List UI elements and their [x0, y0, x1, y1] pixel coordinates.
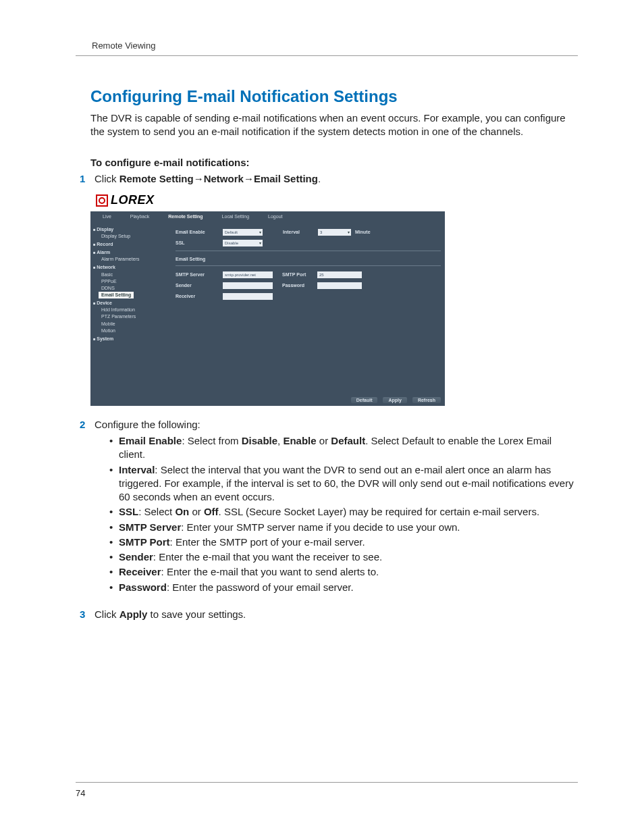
apply-button[interactable]: Apply	[383, 397, 406, 403]
step-body: Click Apply to save your settings.	[95, 608, 578, 621]
default-button[interactable]: Default	[351, 397, 378, 403]
top-tabs: Live Playback Remote Setting Local Setti…	[90, 211, 445, 222]
header-text: Remote Viewing	[92, 41, 155, 51]
lorex-logo-text: LOREX	[111, 193, 155, 207]
select-interval[interactable]: 3	[318, 229, 351, 236]
tab-remote-setting[interactable]: Remote Setting	[168, 214, 203, 219]
step-body: Click Remote Setting→Network→Email Setti…	[95, 172, 578, 186]
list-item: Password: Enter the password of your ema…	[109, 581, 578, 594]
input-password[interactable]	[317, 282, 362, 289]
select-ssl[interactable]: Disable	[223, 240, 263, 246]
sidebar-item-ddns[interactable]: DDNS	[93, 285, 169, 292]
list-item: Receiver: Enter the e-mail that you want…	[109, 565, 578, 579]
list-item: Sender: Enter the e-mail that you want t…	[109, 550, 578, 564]
label-email-enable: Email Enable	[176, 230, 219, 234]
list-item: Interval: Select the interval that you w…	[109, 463, 578, 504]
divider	[176, 265, 441, 266]
select-email-enable[interactable]: Default	[223, 229, 263, 236]
section-email-setting: Email Setting	[176, 257, 441, 261]
input-smtp-port[interactable]: 25	[317, 271, 362, 278]
bullet-list: Email Enable: Select from Disable, Enabl…	[109, 434, 578, 594]
label-smtp-port: SMTP Port	[282, 272, 313, 277]
page-header: Remote Viewing	[76, 39, 578, 56]
tab-live[interactable]: Live	[103, 214, 111, 219]
list-item: Email Enable: Select from Disable, Enabl…	[109, 434, 578, 462]
label-sender: Sender	[176, 283, 219, 288]
label-password: Password	[282, 283, 313, 288]
refresh-button[interactable]: Refresh	[412, 397, 441, 403]
step-2: 2 Configure the following: Email Enable:…	[76, 418, 578, 604]
list-item: SMTP Server: Enter your SMTP server name…	[109, 521, 578, 534]
footer-buttons: Default Apply Refresh	[351, 397, 441, 403]
subheading: To configure e-mail notifications:	[90, 157, 578, 168]
sidebar-item-basic[interactable]: Basic	[93, 271, 169, 278]
label-ssl: SSL	[176, 240, 219, 245]
step-number: 2	[76, 418, 95, 604]
page-title: Configuring E-mail Notification Settings	[90, 87, 578, 106]
label-smtp-server: SMTP Server	[176, 272, 219, 277]
input-receiver[interactable]	[223, 293, 273, 300]
lorex-logo-icon	[96, 194, 108, 207]
page-footer: 74	[76, 782, 578, 799]
label-interval-unit: Minute	[355, 230, 371, 234]
divider	[176, 251, 441, 251]
sidebar-cat-system[interactable]: System	[93, 336, 169, 342]
step-3: 3 Click Apply to save your settings.	[76, 608, 578, 621]
sidebar-item-motion[interactable]: Motion	[93, 328, 169, 334]
sidebar: Display Display Setup Record Alarm Alarm…	[90, 222, 171, 392]
tab-local-setting[interactable]: Local Setting	[222, 214, 249, 219]
step-body: Configure the following: Email Enable: S…	[95, 418, 578, 604]
sidebar-item-pppoe[interactable]: PPPoE	[93, 278, 169, 285]
tab-playback[interactable]: Playback	[130, 214, 149, 219]
step-number: 3	[76, 608, 95, 621]
sidebar-cat-record[interactable]: Record	[93, 241, 169, 248]
sidebar-cat-display[interactable]: Display	[93, 226, 169, 233]
sidebar-cat-alarm[interactable]: Alarm	[93, 249, 169, 256]
sidebar-item-email-setting[interactable]: Email Setting	[99, 292, 134, 298]
sidebar-cat-device[interactable]: Device	[93, 300, 169, 307]
sidebar-item-alarm-parameters[interactable]: Alarm Parameters	[93, 256, 169, 263]
step-1: 1 Click Remote Setting→Network→Email Set…	[76, 172, 578, 186]
label-receiver: Receiver	[176, 294, 219, 298]
list-item: SSL: Select On or Off. SSL (Secure Socke…	[109, 505, 578, 519]
sidebar-item-display-setup[interactable]: Display Setup	[93, 233, 169, 240]
tab-logout[interactable]: Logout	[268, 214, 282, 219]
input-smtp-server[interactable]: smtp.provider.net	[223, 271, 273, 278]
sidebar-item-ptz-parameters[interactable]: PTZ Parameters	[93, 313, 169, 320]
embedded-screenshot: LOREX Live Playback Remote Setting Local…	[90, 190, 445, 406]
input-sender[interactable]	[223, 282, 273, 289]
label-interval: Interval	[283, 230, 314, 234]
list-item: SMTP Port: Enter the SMTP port of your e…	[109, 536, 578, 549]
logo-bar: LOREX	[90, 190, 445, 211]
intro-paragraph: The DVR is capable of sending e-mail not…	[90, 111, 578, 139]
main-panel: Email Enable Default Interval 3 Minute S…	[171, 222, 445, 392]
page-number: 74	[76, 788, 85, 798]
step-number: 1	[76, 172, 95, 186]
sidebar-item-mobile[interactable]: Mobile	[93, 321, 169, 328]
sidebar-item-hdd-information[interactable]: Hdd Information	[93, 307, 169, 313]
sidebar-cat-network[interactable]: Network	[93, 264, 169, 271]
